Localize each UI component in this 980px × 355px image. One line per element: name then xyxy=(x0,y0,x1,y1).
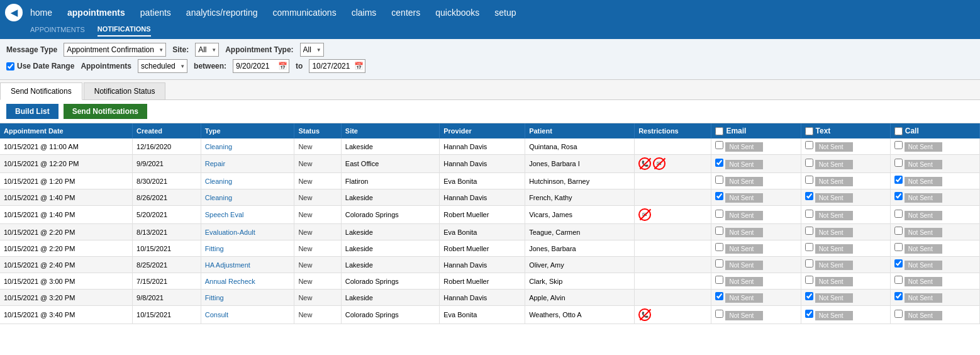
cell-text: Not Sent xyxy=(801,224,890,240)
email-checkbox[interactable] xyxy=(715,159,723,167)
text-checkbox[interactable] xyxy=(805,210,813,218)
text-all-checkbox[interactable] xyxy=(805,127,813,135)
table-row: 10/15/2021 @ 1:40 PM 8/26/2021 Cleaning … xyxy=(0,189,980,206)
col-email: Email xyxy=(711,123,801,138)
call-checkbox[interactable] xyxy=(894,292,903,300)
nav-appointments[interactable]: appointments xyxy=(66,5,126,20)
cell-type[interactable]: HA Adjustment xyxy=(201,257,294,273)
cell-type[interactable]: Consult xyxy=(201,306,294,324)
email-checkbox[interactable] xyxy=(715,141,723,149)
cell-created: 8/26/2021 xyxy=(133,189,201,206)
nav-setup[interactable]: setup xyxy=(493,5,517,20)
text-checkbox[interactable] xyxy=(805,159,813,167)
nav-claims[interactable]: claims xyxy=(350,5,378,20)
email-checkbox[interactable] xyxy=(715,310,723,318)
call-status: Not Sent xyxy=(905,193,942,203)
cell-type[interactable]: Speech Eval xyxy=(201,206,294,224)
build-list-button[interactable]: Build List xyxy=(6,104,58,119)
cell-type[interactable]: Repair xyxy=(201,155,294,173)
call-checkbox[interactable] xyxy=(894,227,903,235)
email-checkbox[interactable] xyxy=(715,210,723,218)
call-status: Not Sent xyxy=(905,311,942,320)
text-checkbox[interactable] xyxy=(805,292,813,300)
email-checkbox[interactable] xyxy=(715,227,723,235)
cell-provider: Hannah Davis xyxy=(440,189,525,206)
cell-email: Not Sent xyxy=(711,155,801,173)
cell-type[interactable]: Cleaning xyxy=(201,138,294,155)
subnav-notifications[interactable]: NOTIFICATIONS xyxy=(97,25,151,37)
email-status: Not Sent xyxy=(725,142,763,152)
text-checkbox[interactable] xyxy=(805,176,813,184)
back-button[interactable]: ◀ xyxy=(5,4,23,21)
text-checkbox[interactable] xyxy=(805,243,813,251)
email-checkbox[interactable] xyxy=(715,276,723,284)
cell-created: 10/15/2021 xyxy=(133,306,201,324)
nav-quickbooks[interactable]: quickbooks xyxy=(434,5,481,20)
nav-menu: home appointments patients analytics/rep… xyxy=(29,5,518,20)
cell-patient: Oliver, Amy xyxy=(525,257,635,273)
col-restrictions: Restrictions xyxy=(635,123,711,138)
call-checkbox[interactable] xyxy=(894,210,903,218)
cell-type[interactable]: Annual Recheck xyxy=(201,273,294,290)
nav-centers[interactable]: centers xyxy=(390,5,421,20)
nav-home[interactable]: home xyxy=(29,5,53,20)
appt-type-select[interactable]: All xyxy=(300,43,324,57)
tab-send-notifications[interactable]: Send Notifications xyxy=(0,82,82,100)
cell-created: 7/15/2021 xyxy=(133,273,201,290)
cell-created: 12/16/2020 xyxy=(133,138,201,155)
cell-status: New xyxy=(294,240,341,257)
cell-patient: Jones, Barbara I xyxy=(525,155,635,173)
call-checkbox[interactable] xyxy=(894,243,903,251)
call-checkbox[interactable] xyxy=(894,141,903,149)
cell-type[interactable]: Fitting xyxy=(201,290,294,306)
cell-status: New xyxy=(294,290,341,306)
call-checkbox[interactable] xyxy=(894,276,903,284)
cell-patient: French, Kathy xyxy=(525,189,635,206)
appointments-label: Appointments xyxy=(81,62,131,70)
date-to-input[interactable] xyxy=(309,59,365,73)
col-created: Created xyxy=(133,123,201,138)
call-checkbox[interactable] xyxy=(894,176,903,184)
cell-text: Not Sent xyxy=(801,240,890,257)
email-checkbox[interactable] xyxy=(715,192,723,200)
site-select[interactable]: All xyxy=(195,43,219,57)
text-checkbox[interactable] xyxy=(805,259,813,268)
email-checkbox[interactable] xyxy=(715,292,723,300)
tab-notification-status[interactable]: Notification Status xyxy=(84,82,166,99)
cell-restrictions xyxy=(635,173,711,189)
text-checkbox[interactable] xyxy=(805,192,813,200)
call-checkbox[interactable] xyxy=(894,259,903,268)
cell-site: Colorado Springs xyxy=(341,306,439,324)
call-checkbox[interactable] xyxy=(894,192,903,200)
nav-analytics[interactable]: analytics/reporting xyxy=(185,5,259,20)
appt-status-select[interactable]: scheduled xyxy=(138,59,187,73)
cell-type[interactable]: Cleaning xyxy=(201,173,294,189)
text-checkbox[interactable] xyxy=(805,227,813,235)
email-status: Not Sent xyxy=(725,277,763,286)
send-notifications-button[interactable]: Send Notifications xyxy=(64,104,147,119)
cell-type[interactable]: Fitting xyxy=(201,240,294,257)
cell-type[interactable]: Cleaning xyxy=(201,189,294,206)
cell-status: New xyxy=(294,138,341,155)
date-from-input[interactable] xyxy=(233,59,289,73)
email-all-checkbox[interactable] xyxy=(715,127,723,135)
call-checkbox[interactable] xyxy=(894,159,903,167)
message-type-select[interactable]: Appointment Confirmation xyxy=(64,43,166,57)
cell-status: New xyxy=(294,224,341,240)
email-checkbox[interactable] xyxy=(715,243,723,251)
nav-communications[interactable]: communications xyxy=(271,5,337,20)
cell-appt-date: 10/15/2021 @ 2:40 PM xyxy=(0,257,133,273)
email-checkbox[interactable] xyxy=(715,176,723,184)
call-all-checkbox[interactable] xyxy=(894,127,903,135)
use-date-range-label[interactable]: Use Date Range xyxy=(6,62,74,70)
nav-patients[interactable]: patients xyxy=(139,5,172,20)
use-date-range-checkbox[interactable] xyxy=(6,62,14,70)
cell-provider: Robert Mueller xyxy=(440,273,525,290)
subnav-appointments[interactable]: APPOINTMENTS xyxy=(30,26,85,36)
cell-type[interactable]: Evaluation-Adult xyxy=(201,224,294,240)
email-checkbox[interactable] xyxy=(715,259,723,268)
text-checkbox[interactable] xyxy=(805,276,813,284)
call-checkbox[interactable] xyxy=(894,310,903,318)
text-checkbox[interactable] xyxy=(805,141,813,149)
text-checkbox[interactable] xyxy=(805,310,813,318)
